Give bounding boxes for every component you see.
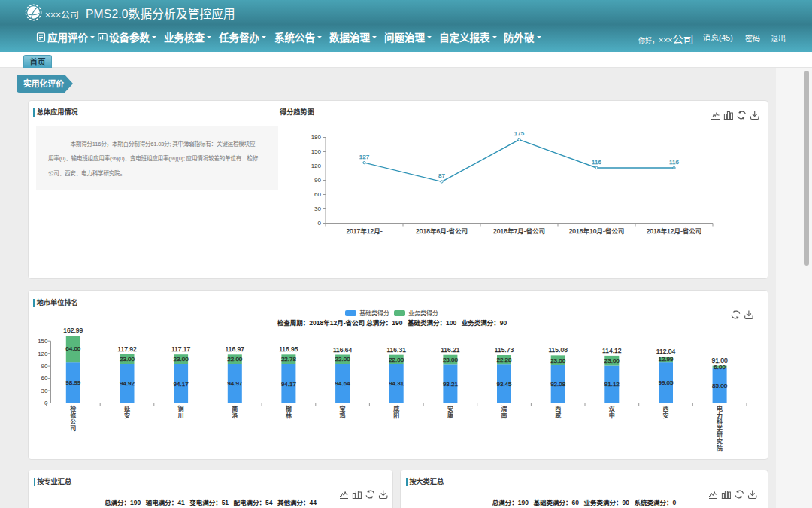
svg-text:116.21: 116.21: [441, 346, 460, 354]
svg-text:2018年6月-省公司: 2018年6月-省公司: [416, 227, 468, 235]
svg-text:30: 30: [41, 388, 48, 394]
svg-text:23.00: 23.00: [604, 357, 620, 364]
svg-text:60: 60: [41, 375, 48, 382]
svg-text:2018年12月-省公司: 2018年12月-省公司: [647, 227, 702, 235]
svg-text:114.12: 114.12: [602, 347, 622, 354]
svg-text:162.99: 162.99: [63, 327, 83, 334]
svg-text:117.17: 117.17: [171, 345, 191, 353]
svg-text:12.99: 12.99: [658, 356, 674, 363]
svg-text:116.97: 116.97: [226, 345, 245, 353]
svg-text:117.92: 117.92: [117, 345, 137, 353]
svg-text:铜川: 铜川: [178, 405, 184, 419]
svg-text:115.08: 115.08: [549, 346, 568, 354]
svg-text:0: 0: [318, 220, 322, 227]
svg-text:94.31: 94.31: [389, 380, 404, 387]
svg-text:175: 175: [514, 130, 525, 137]
svg-text:94.17: 94.17: [281, 381, 297, 388]
svg-text:2018年7月-省公司: 2018年7月-省公司: [493, 227, 545, 235]
svg-text:2018年10月-省公司: 2018年10月-省公司: [569, 227, 625, 235]
svg-text:榆林: 榆林: [286, 405, 292, 419]
svg-text:60: 60: [314, 191, 321, 198]
svg-text:98.99: 98.99: [65, 379, 81, 386]
svg-text:116.64: 116.64: [333, 346, 353, 354]
svg-text:延安: 延安: [124, 405, 130, 419]
svg-text:23.00: 23.00: [550, 357, 566, 364]
svg-text:2017年12月-: 2017年12月-: [346, 227, 382, 235]
svg-text:23.00: 23.00: [443, 357, 459, 364]
svg-text:99.05: 99.05: [658, 379, 674, 386]
svg-text:90: 90: [41, 363, 48, 370]
svg-text:150: 150: [38, 338, 48, 345]
svg-text:94.64: 94.64: [335, 380, 351, 387]
svg-text:180: 180: [311, 134, 322, 141]
svg-text:22.28: 22.28: [496, 357, 512, 364]
svg-text:120: 120: [311, 163, 322, 169]
svg-text:电力科学研究院: 电力科学研究院: [717, 405, 723, 452]
svg-text:西安: 西安: [663, 406, 669, 419]
svg-text:咸阳: 咸阳: [393, 405, 399, 419]
svg-text:93.45: 93.45: [496, 381, 512, 388]
svg-text:94.97: 94.97: [227, 380, 243, 387]
svg-text:22.78: 22.78: [281, 356, 297, 363]
svg-text:商洛: 商洛: [232, 405, 238, 419]
svg-text:92.08: 92.08: [550, 381, 566, 388]
svg-text:宝鸡: 宝鸡: [340, 405, 346, 419]
svg-text:116.31: 116.31: [387, 346, 407, 354]
svg-text:90: 90: [314, 177, 321, 184]
svg-text:87: 87: [438, 172, 445, 179]
svg-text:23.00: 23.00: [174, 356, 189, 363]
svg-text:94.17: 94.17: [174, 381, 189, 388]
svg-text:93.21: 93.21: [443, 381, 459, 388]
svg-text:85.00: 85.00: [712, 382, 728, 389]
svg-text:西咸: 西咸: [555, 406, 561, 419]
svg-text:汉中: 汉中: [609, 406, 615, 419]
svg-text:150: 150: [311, 148, 322, 155]
svg-text:渭南: 渭南: [501, 405, 508, 419]
svg-text:22.00: 22.00: [227, 356, 243, 363]
svg-text:115.73: 115.73: [495, 346, 514, 354]
svg-text:127: 127: [359, 154, 370, 160]
svg-text:112.04: 112.04: [656, 348, 676, 355]
svg-text:安康: 安康: [447, 405, 453, 419]
svg-text:22.00: 22.00: [389, 357, 404, 364]
svg-text:94.92: 94.92: [120, 380, 135, 387]
svg-text:116.95: 116.95: [279, 345, 298, 353]
svg-text:22.00: 22.00: [335, 356, 351, 363]
svg-text:30: 30: [314, 205, 321, 212]
svg-text:120: 120: [38, 351, 48, 357]
svg-text:6.00: 6.00: [714, 364, 726, 370]
svg-text:91.12: 91.12: [604, 381, 620, 388]
svg-text:检修公司: 检修公司: [70, 405, 76, 432]
svg-text:64.00: 64.00: [65, 345, 81, 352]
svg-text:23.00: 23.00: [120, 356, 135, 363]
svg-text:116: 116: [592, 159, 601, 166]
svg-text:116: 116: [669, 159, 679, 166]
